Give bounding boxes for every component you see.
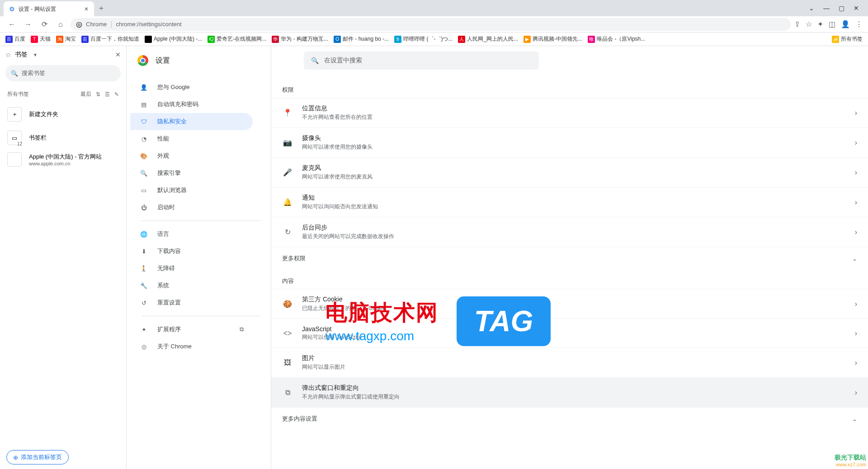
- sort-label[interactable]: 最后: [80, 90, 91, 98]
- nav-downloads[interactable]: ⬇下载内容: [130, 243, 253, 260]
- chevron-right-icon: ›: [855, 139, 857, 147]
- menu-icon[interactable]: ⋮: [855, 20, 863, 28]
- nav-on-startup[interactable]: ⏻启动时: [130, 199, 253, 216]
- search-icon: 🔍: [11, 70, 18, 77]
- more-permissions-expander[interactable]: 更多权限 ⌄: [271, 247, 868, 270]
- nav-reset[interactable]: ↺重置设置: [130, 294, 253, 311]
- setting-location[interactable]: 📍 位置信息不允许网站查看您所在的位置 ›: [271, 98, 868, 127]
- bookmark-item[interactable]: b哔哩哔哩 (゜-゜)つ...: [394, 35, 453, 43]
- edit-icon[interactable]: ✎: [114, 91, 119, 98]
- nav-default-browser[interactable]: ▭默认浏览器: [130, 182, 253, 199]
- setting-microphone[interactable]: 🎤 麦克风网站可以请求使用您的麦克风 ›: [271, 157, 868, 187]
- window-controls: ⌄ — ▢ ✕: [800, 5, 868, 12]
- sync-icon: ↻: [282, 228, 293, 236]
- new-tab-button[interactable]: ＋: [98, 4, 105, 13]
- bell-icon: 🔔: [282, 198, 293, 206]
- bookmark-item[interactable]: 百百度一下，你就知道: [81, 35, 139, 43]
- accessibility-icon: 🚶: [139, 265, 148, 272]
- bookmark-item[interactable]: ▶腾讯视频-中国领先...: [524, 35, 582, 43]
- nav-extensions[interactable]: ✦扩展程序⧉: [130, 321, 253, 338]
- all-bookmarks-label: 所有书签: [7, 90, 29, 98]
- bookmarks-search-input[interactable]: 🔍 搜索书签: [5, 65, 121, 81]
- sidepanel-icon[interactable]: ◫: [829, 20, 835, 28]
- bookmark-item[interactable]: O邮件 - huang bo -...: [334, 35, 389, 43]
- reload-button[interactable]: ⟳: [38, 18, 51, 31]
- address-bar[interactable]: ◎ Chrome | chrome://settings/content: [71, 18, 791, 31]
- chevron-right-icon: ›: [855, 300, 857, 308]
- setting-camera[interactable]: 📷 摄像头网站可以请求使用您的摄像头 ›: [271, 127, 868, 157]
- bookmarks-bar: 百百度 T天猫 淘淘宝 百百度一下，你就知道 Apple (中国大陆) -...…: [0, 33, 868, 46]
- filter-icon[interactable]: ⇅: [96, 91, 100, 98]
- star-icon: ☆: [5, 51, 11, 58]
- bookmark-item[interactable]: 唯唯品会 -（原Vipsh...: [588, 35, 645, 43]
- chevron-right-icon: ›: [855, 169, 857, 177]
- setting-popups[interactable]: ⧉ 弹出式窗口和重定向不允许网站显示弹出式窗口或使用重定向 ›: [271, 377, 868, 407]
- plus-circle-icon: ⊕: [13, 454, 18, 461]
- share-icon[interactable]: ⇪: [794, 20, 800, 28]
- settings-header: 设置 🔍 在设置中搜索: [127, 46, 868, 75]
- bookmarks-panel-title: 书签: [15, 51, 28, 59]
- nav-accessibility[interactable]: 🚶无障碍: [130, 260, 253, 277]
- search-icon: 🔍: [311, 57, 319, 64]
- setting-images[interactable]: 🖼 图片网站可以显示图片 ›: [271, 347, 868, 377]
- home-button[interactable]: ⌂: [54, 18, 67, 31]
- add-current-tab-button[interactable]: ⊕ 添加当前标签页: [6, 450, 69, 464]
- view-list-icon[interactable]: ☰: [105, 91, 110, 98]
- settings-title: 设置: [156, 56, 170, 66]
- bookmark-item[interactable]: 百百度: [5, 35, 25, 43]
- minimize-icon[interactable]: —: [823, 5, 830, 12]
- forward-button[interactable]: →: [22, 18, 34, 31]
- nav-autofill[interactable]: ▤自动填充和密码: [130, 96, 253, 113]
- all-bookmarks-button[interactable]: 📁所有书签: [832, 35, 863, 43]
- setting-javascript[interactable]: <> JavaScript网站可以使用 JavaScript ›: [271, 319, 868, 347]
- gear-icon: ⚙: [9, 5, 15, 13]
- back-button[interactable]: ←: [5, 18, 18, 31]
- download-icon: ⬇: [139, 248, 148, 255]
- nav-privacy-security[interactable]: 🛡隐私和安全: [130, 113, 253, 130]
- extensions-icon[interactable]: ✦: [817, 20, 823, 28]
- nav-you-and-google[interactable]: 👤您与 Google: [130, 79, 253, 96]
- bookmark-item[interactable]: iQ爱奇艺-在线视频网...: [208, 35, 266, 43]
- nav-languages[interactable]: 🌐语言: [130, 225, 253, 243]
- new-folder-button[interactable]: ＋ 新建文件夹: [0, 102, 126, 127]
- chevron-right-icon: ›: [855, 198, 857, 206]
- chevron-down-icon[interactable]: ⌄: [809, 5, 814, 12]
- window-close-icon[interactable]: ✕: [854, 5, 859, 12]
- setting-background-sync[interactable]: ↻ 后台同步最近关闭的网站可以完成数据收发操作 ›: [271, 217, 868, 247]
- maximize-icon[interactable]: ▢: [839, 5, 844, 12]
- bookmarks-bar-folder[interactable]: ▭12 书签栏: [0, 127, 126, 149]
- setting-notifications[interactable]: 🔔 通知网站可以询问能否向您发送通知 ›: [271, 187, 868, 217]
- nav-performance[interactable]: ◔性能: [130, 130, 253, 147]
- nav-search-engine[interactable]: 🔍搜索引擎: [130, 164, 253, 182]
- bookmark-item[interactable]: T天猫: [31, 35, 51, 43]
- nav-appearance[interactable]: 🎨外观: [130, 147, 253, 164]
- bookmark-item[interactable]: 淘淘宝: [56, 35, 76, 43]
- bookmark-item[interactable]: 人人民网_网上的人民...: [458, 35, 518, 43]
- chrome-logo-icon: [137, 55, 148, 66]
- external-link-icon: ⧉: [240, 326, 244, 333]
- wrench-icon: 🔧: [139, 282, 148, 289]
- puzzle-icon: ✦: [139, 326, 148, 333]
- close-tab-icon[interactable]: ✕: [84, 6, 89, 12]
- setting-cookies[interactable]: 🍪 第三方 Cookie已阻止无痕模式下的第三方 Cookie ›: [271, 289, 868, 319]
- bookmark-item[interactable]: 华华为 - 构建万物互...: [272, 35, 328, 43]
- nav-about-chrome[interactable]: ◎关于 Chrome: [130, 338, 253, 355]
- bookmark-item[interactable]: Apple (中国大陆) -...: [145, 35, 202, 43]
- settings-page: 设置 🔍 在设置中搜索 👤您与 Google ▤自动填充和密码 🛡隐私和安全 ◔…: [127, 46, 868, 469]
- settings-search-input[interactable]: 🔍 在设置中搜索: [304, 52, 539, 70]
- more-content-expander[interactable]: 更多内容设置 ⌄: [271, 407, 868, 430]
- profile-icon[interactable]: 👤: [841, 20, 850, 28]
- url-origin-label: Chrome: [86, 21, 107, 28]
- nav-system[interactable]: 🔧系统: [130, 277, 253, 294]
- star-icon[interactable]: ☆: [806, 20, 812, 28]
- folder-icon: ▭: [12, 135, 17, 141]
- url-bar: ← → ⟳ ⌂ ◎ Chrome | chrome://settings/con…: [0, 16, 868, 33]
- chevron-right-icon: ›: [855, 359, 857, 367]
- browser-tab[interactable]: ⚙ 设置 - 网站设置 ✕: [4, 1, 94, 17]
- chevron-down-icon[interactable]: ▼: [33, 52, 38, 57]
- plus-icon: ＋: [12, 110, 18, 118]
- bookmark-entry-apple[interactable]: Apple (中国大陆) - 官方网站 www.apple.com.cn: [0, 149, 126, 170]
- power-icon: ⏻: [139, 204, 148, 211]
- close-panel-icon[interactable]: ✕: [115, 51, 121, 58]
- settings-nav: 👤您与 Google ▤自动填充和密码 🛡隐私和安全 ◔性能 🎨外观 🔍搜索引擎…: [127, 46, 271, 469]
